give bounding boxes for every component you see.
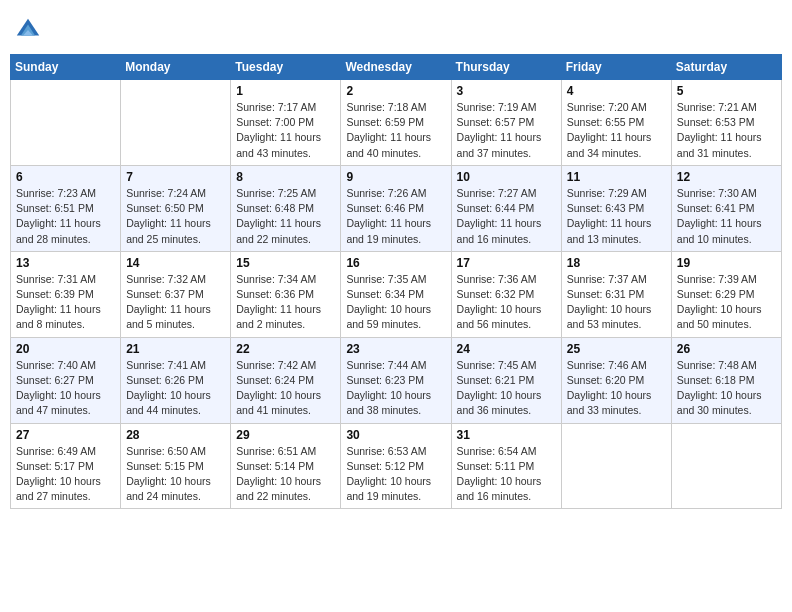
day-number: 8 — [236, 170, 335, 184]
calendar-cell: 29Sunrise: 6:51 AM Sunset: 5:14 PM Dayli… — [231, 423, 341, 509]
calendar-cell: 8Sunrise: 7:25 AM Sunset: 6:48 PM Daylig… — [231, 165, 341, 251]
day-info: Sunrise: 7:35 AM Sunset: 6:34 PM Dayligh… — [346, 272, 445, 333]
day-info: Sunrise: 7:17 AM Sunset: 7:00 PM Dayligh… — [236, 100, 335, 161]
day-info: Sunrise: 7:27 AM Sunset: 6:44 PM Dayligh… — [457, 186, 556, 247]
day-number: 21 — [126, 342, 225, 356]
day-info: Sunrise: 7:21 AM Sunset: 6:53 PM Dayligh… — [677, 100, 776, 161]
day-info: Sunrise: 7:45 AM Sunset: 6:21 PM Dayligh… — [457, 358, 556, 419]
day-info: Sunrise: 7:25 AM Sunset: 6:48 PM Dayligh… — [236, 186, 335, 247]
calendar-cell: 11Sunrise: 7:29 AM Sunset: 6:43 PM Dayli… — [561, 165, 671, 251]
day-number: 12 — [677, 170, 776, 184]
day-info: Sunrise: 7:44 AM Sunset: 6:23 PM Dayligh… — [346, 358, 445, 419]
day-number: 7 — [126, 170, 225, 184]
calendar-cell: 28Sunrise: 6:50 AM Sunset: 5:15 PM Dayli… — [121, 423, 231, 509]
calendar-week-row: 20Sunrise: 7:40 AM Sunset: 6:27 PM Dayli… — [11, 337, 782, 423]
day-number: 17 — [457, 256, 556, 270]
day-number: 14 — [126, 256, 225, 270]
day-number: 24 — [457, 342, 556, 356]
day-info: Sunrise: 7:48 AM Sunset: 6:18 PM Dayligh… — [677, 358, 776, 419]
calendar-cell: 18Sunrise: 7:37 AM Sunset: 6:31 PM Dayli… — [561, 251, 671, 337]
day-info: Sunrise: 7:42 AM Sunset: 6:24 PM Dayligh… — [236, 358, 335, 419]
calendar-cell: 13Sunrise: 7:31 AM Sunset: 6:39 PM Dayli… — [11, 251, 121, 337]
logo — [14, 16, 44, 44]
calendar-table: SundayMondayTuesdayWednesdayThursdayFrid… — [10, 54, 782, 509]
day-number: 23 — [346, 342, 445, 356]
day-number: 13 — [16, 256, 115, 270]
day-info: Sunrise: 7:29 AM Sunset: 6:43 PM Dayligh… — [567, 186, 666, 247]
calendar-cell: 1Sunrise: 7:17 AM Sunset: 7:00 PM Daylig… — [231, 80, 341, 166]
day-number: 22 — [236, 342, 335, 356]
calendar-cell: 30Sunrise: 6:53 AM Sunset: 5:12 PM Dayli… — [341, 423, 451, 509]
day-number: 10 — [457, 170, 556, 184]
calendar-week-row: 1Sunrise: 7:17 AM Sunset: 7:00 PM Daylig… — [11, 80, 782, 166]
calendar-cell: 5Sunrise: 7:21 AM Sunset: 6:53 PM Daylig… — [671, 80, 781, 166]
calendar-cell: 14Sunrise: 7:32 AM Sunset: 6:37 PM Dayli… — [121, 251, 231, 337]
day-info: Sunrise: 7:32 AM Sunset: 6:37 PM Dayligh… — [126, 272, 225, 333]
day-number: 9 — [346, 170, 445, 184]
day-info: Sunrise: 7:20 AM Sunset: 6:55 PM Dayligh… — [567, 100, 666, 161]
page-header — [10, 10, 782, 48]
weekday-header-tuesday: Tuesday — [231, 55, 341, 80]
calendar-cell: 12Sunrise: 7:30 AM Sunset: 6:41 PM Dayli… — [671, 165, 781, 251]
calendar-cell: 10Sunrise: 7:27 AM Sunset: 6:44 PM Dayli… — [451, 165, 561, 251]
calendar-cell: 9Sunrise: 7:26 AM Sunset: 6:46 PM Daylig… — [341, 165, 451, 251]
day-number: 25 — [567, 342, 666, 356]
day-number: 28 — [126, 428, 225, 442]
day-info: Sunrise: 7:26 AM Sunset: 6:46 PM Dayligh… — [346, 186, 445, 247]
day-info: Sunrise: 7:36 AM Sunset: 6:32 PM Dayligh… — [457, 272, 556, 333]
weekday-header-monday: Monday — [121, 55, 231, 80]
weekday-header-wednesday: Wednesday — [341, 55, 451, 80]
weekday-header-row: SundayMondayTuesdayWednesdayThursdayFrid… — [11, 55, 782, 80]
day-info: Sunrise: 7:18 AM Sunset: 6:59 PM Dayligh… — [346, 100, 445, 161]
day-number: 30 — [346, 428, 445, 442]
calendar-cell: 2Sunrise: 7:18 AM Sunset: 6:59 PM Daylig… — [341, 80, 451, 166]
day-number: 4 — [567, 84, 666, 98]
calendar-cell: 15Sunrise: 7:34 AM Sunset: 6:36 PM Dayli… — [231, 251, 341, 337]
day-info: Sunrise: 7:40 AM Sunset: 6:27 PM Dayligh… — [16, 358, 115, 419]
day-number: 16 — [346, 256, 445, 270]
calendar-cell: 22Sunrise: 7:42 AM Sunset: 6:24 PM Dayli… — [231, 337, 341, 423]
day-info: Sunrise: 6:51 AM Sunset: 5:14 PM Dayligh… — [236, 444, 335, 505]
day-info: Sunrise: 7:39 AM Sunset: 6:29 PM Dayligh… — [677, 272, 776, 333]
calendar-cell: 7Sunrise: 7:24 AM Sunset: 6:50 PM Daylig… — [121, 165, 231, 251]
weekday-header-sunday: Sunday — [11, 55, 121, 80]
calendar-cell: 17Sunrise: 7:36 AM Sunset: 6:32 PM Dayli… — [451, 251, 561, 337]
logo-icon — [14, 16, 42, 44]
calendar-cell: 20Sunrise: 7:40 AM Sunset: 6:27 PM Dayli… — [11, 337, 121, 423]
day-info: Sunrise: 6:50 AM Sunset: 5:15 PM Dayligh… — [126, 444, 225, 505]
calendar-cell: 24Sunrise: 7:45 AM Sunset: 6:21 PM Dayli… — [451, 337, 561, 423]
calendar-cell: 19Sunrise: 7:39 AM Sunset: 6:29 PM Dayli… — [671, 251, 781, 337]
day-info: Sunrise: 7:24 AM Sunset: 6:50 PM Dayligh… — [126, 186, 225, 247]
calendar-week-row: 6Sunrise: 7:23 AM Sunset: 6:51 PM Daylig… — [11, 165, 782, 251]
day-number: 5 — [677, 84, 776, 98]
day-info: Sunrise: 7:30 AM Sunset: 6:41 PM Dayligh… — [677, 186, 776, 247]
day-number: 6 — [16, 170, 115, 184]
weekday-header-saturday: Saturday — [671, 55, 781, 80]
weekday-header-thursday: Thursday — [451, 55, 561, 80]
day-number: 27 — [16, 428, 115, 442]
day-number: 18 — [567, 256, 666, 270]
day-info: Sunrise: 6:53 AM Sunset: 5:12 PM Dayligh… — [346, 444, 445, 505]
day-number: 29 — [236, 428, 335, 442]
day-number: 20 — [16, 342, 115, 356]
calendar-cell: 23Sunrise: 7:44 AM Sunset: 6:23 PM Dayli… — [341, 337, 451, 423]
day-info: Sunrise: 7:46 AM Sunset: 6:20 PM Dayligh… — [567, 358, 666, 419]
calendar-cell: 21Sunrise: 7:41 AM Sunset: 6:26 PM Dayli… — [121, 337, 231, 423]
calendar-cell: 16Sunrise: 7:35 AM Sunset: 6:34 PM Dayli… — [341, 251, 451, 337]
day-info: Sunrise: 6:54 AM Sunset: 5:11 PM Dayligh… — [457, 444, 556, 505]
calendar-cell: 6Sunrise: 7:23 AM Sunset: 6:51 PM Daylig… — [11, 165, 121, 251]
calendar-cell: 25Sunrise: 7:46 AM Sunset: 6:20 PM Dayli… — [561, 337, 671, 423]
calendar-cell: 31Sunrise: 6:54 AM Sunset: 5:11 PM Dayli… — [451, 423, 561, 509]
day-number: 2 — [346, 84, 445, 98]
day-number: 19 — [677, 256, 776, 270]
day-number: 26 — [677, 342, 776, 356]
calendar-week-row: 27Sunrise: 6:49 AM Sunset: 5:17 PM Dayli… — [11, 423, 782, 509]
day-info: Sunrise: 7:34 AM Sunset: 6:36 PM Dayligh… — [236, 272, 335, 333]
day-info: Sunrise: 7:31 AM Sunset: 6:39 PM Dayligh… — [16, 272, 115, 333]
calendar-week-row: 13Sunrise: 7:31 AM Sunset: 6:39 PM Dayli… — [11, 251, 782, 337]
day-info: Sunrise: 7:19 AM Sunset: 6:57 PM Dayligh… — [457, 100, 556, 161]
day-number: 31 — [457, 428, 556, 442]
calendar-cell: 27Sunrise: 6:49 AM Sunset: 5:17 PM Dayli… — [11, 423, 121, 509]
calendar-cell: 3Sunrise: 7:19 AM Sunset: 6:57 PM Daylig… — [451, 80, 561, 166]
day-number: 11 — [567, 170, 666, 184]
